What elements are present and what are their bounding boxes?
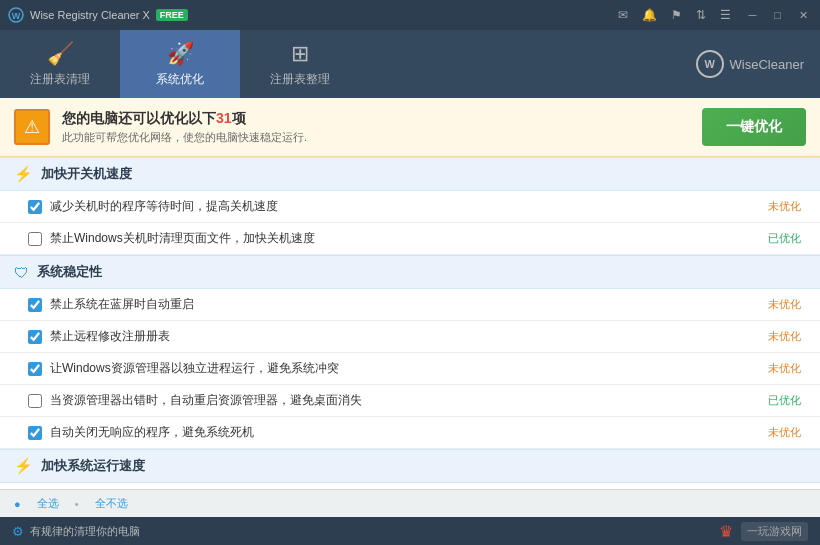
item-1-0-checkbox[interactable]	[28, 298, 42, 312]
statusbar: ⚙ 有规律的清理你的电脑 ♛ 一玩游戏网	[0, 517, 820, 545]
banner-title-suffix: 项	[232, 110, 246, 126]
select-all-link[interactable]: 全选	[37, 496, 59, 511]
item-0-1-status: 已优化	[763, 230, 806, 247]
nav-logo: W WiseCleaner	[696, 50, 804, 78]
window-controls: ─ □ ✕	[745, 7, 812, 24]
registry-clean-icon: 🧹	[47, 41, 74, 67]
separator: •	[75, 498, 79, 510]
item-0-0-status: 未优化	[763, 198, 806, 215]
item-1-4-checkbox[interactable]	[28, 426, 42, 440]
watermark-crown-icon: ♛	[719, 522, 733, 541]
logo-name: WiseCleaner	[730, 57, 804, 72]
item-1-4-status: 未优化	[763, 424, 806, 441]
list-item: 当资源管理器出错时，自动重启资源管理器，避免桌面消失 已优化	[0, 385, 820, 417]
maximize-button[interactable]: □	[770, 7, 785, 23]
list-item: 禁止Windows关机时清理页面文件，加快关机速度 已优化	[0, 223, 820, 255]
main-content: ⚠ 您的电脑还可以优化以下31项 此功能可帮您优化网络，使您的电脑快速稳定运行.…	[0, 98, 820, 489]
navbar: 🧹 注册表清理 🚀 系统优化 ⊞ 注册表整理 W WiseCleaner	[0, 30, 820, 98]
app-logo-icon: W	[8, 7, 24, 23]
tab-registry-defrag[interactable]: ⊞ 注册表整理	[240, 30, 360, 98]
watermark-text: 一玩游戏网	[741, 522, 808, 541]
system-optimize-icon: 🚀	[167, 41, 194, 67]
item-0-0-checkbox[interactable]	[28, 200, 42, 214]
registry-defrag-icon: ⊞	[291, 41, 309, 67]
list-item: 禁止系统在蓝屏时自动重启 未优化	[0, 289, 820, 321]
bottom-bar: ● 全选 • 全不选	[0, 489, 820, 517]
item-1-1-status: 未优化	[763, 328, 806, 345]
statusbar-right: ♛ 一玩游戏网	[719, 522, 808, 541]
warning-icon: ⚠	[14, 109, 50, 145]
svg-text:W: W	[12, 11, 21, 21]
item-1-2-checkbox[interactable]	[28, 362, 42, 376]
tab-registry-defrag-label: 注册表整理	[270, 71, 330, 88]
network-icon[interactable]: ⇅	[696, 8, 706, 22]
bell-icon[interactable]: 🔔	[642, 8, 657, 22]
statusbar-gear-icon: ⚙	[12, 524, 24, 539]
item-1-1-text: 禁止远程修改注册册表	[50, 328, 755, 345]
item-1-3-checkbox[interactable]	[28, 394, 42, 408]
tab-registry-clean-label: 注册表清理	[30, 71, 90, 88]
item-1-0-status: 未优化	[763, 296, 806, 313]
section-run-speed: ⚡ 加快系统运行速度	[0, 449, 820, 483]
banner-text: 您的电脑还可以优化以下31项 此功能可帮您优化网络，使您的电脑快速稳定运行.	[62, 110, 307, 145]
list-item: 自动关闭无响应的程序，避免系统死机 未优化	[0, 417, 820, 449]
flag-icon[interactable]: ⚑	[671, 8, 682, 22]
item-1-3-status: 已优化	[763, 392, 806, 409]
section-startup-speed: ⚡ 加快开关机速度	[0, 157, 820, 191]
item-0-0-text: 减少关机时的程序等待时间，提高关机速度	[50, 198, 755, 215]
list-item: 让Windows资源管理器以独立进程运行，避免系统冲突 未优化	[0, 353, 820, 385]
item-1-2-status: 未优化	[763, 360, 806, 377]
tab-system-optimize-label: 系统优化	[156, 71, 204, 88]
banner-left: ⚠ 您的电脑还可以优化以下31项 此功能可帮您优化网络，使您的电脑快速稳定运行.	[14, 109, 307, 145]
section-run-speed-title: 加快系统运行速度	[41, 457, 145, 475]
menu-icon[interactable]: ☰	[720, 8, 731, 22]
item-1-2-text: 让Windows资源管理器以独立进程运行，避免系统冲突	[50, 360, 755, 377]
banner-subtitle: 此功能可帮您优化网络，使您的电脑快速稳定运行.	[62, 130, 307, 145]
logo-circle: W	[696, 50, 724, 78]
logo-letter: W	[704, 58, 714, 70]
startup-speed-icon: ⚡	[14, 165, 33, 183]
section-system-stability-title: 系统稳定性	[37, 263, 102, 281]
item-0-1-text: 禁止Windows关机时清理页面文件，加快关机速度	[50, 230, 755, 247]
tab-system-optimize[interactable]: 🚀 系统优化	[120, 30, 240, 98]
item-1-4-text: 自动关闭无响应的程序，避免系统死机	[50, 424, 755, 441]
list-item: 减少关机时的程序等待时间，提高关机速度 未优化	[0, 191, 820, 223]
list-item: 禁止远程修改注册册表 未优化	[0, 321, 820, 353]
email-icon[interactable]: ✉	[618, 8, 628, 22]
item-1-0-text: 禁止系统在蓝屏时自动重启	[50, 296, 755, 313]
minimize-button[interactable]: ─	[745, 7, 761, 23]
statusbar-text: 有规律的清理你的电脑	[30, 524, 140, 539]
section-system-stability: 🛡 系统稳定性	[0, 255, 820, 289]
deselect-all-link[interactable]: 全不选	[95, 496, 128, 511]
one-click-optimize-button[interactable]: 一键优化	[702, 108, 806, 146]
free-badge: FREE	[156, 9, 188, 21]
banner-title-prefix: 您的电脑还可以优化以下	[62, 110, 216, 126]
tab-registry-clean[interactable]: 🧹 注册表清理	[0, 30, 120, 98]
titlebar-right: ✉ 🔔 ⚑ ⇅ ☰ ─ □ ✕	[618, 7, 812, 24]
statusbar-left: ⚙ 有规律的清理你的电脑	[12, 524, 140, 539]
item-1-3-text: 当资源管理器出错时，自动重启资源管理器，避免桌面消失	[50, 392, 755, 409]
banner: ⚠ 您的电脑还可以优化以下31项 此功能可帮您优化网络，使您的电脑快速稳定运行.…	[0, 98, 820, 157]
banner-count: 31	[216, 110, 232, 126]
run-speed-icon: ⚡	[14, 457, 33, 475]
titlebar-left: W Wise Registry Cleaner X FREE	[8, 7, 188, 23]
titlebar: W Wise Registry Cleaner X FREE ✉ 🔔 ⚑ ⇅ ☰…	[0, 0, 820, 30]
app-title: Wise Registry Cleaner X	[30, 9, 150, 21]
item-1-1-checkbox[interactable]	[28, 330, 42, 344]
section-startup-speed-title: 加快开关机速度	[41, 165, 132, 183]
banner-title: 您的电脑还可以优化以下31项	[62, 110, 307, 128]
close-button[interactable]: ✕	[795, 7, 812, 24]
system-stability-icon: 🛡	[14, 264, 29, 281]
item-0-1-checkbox[interactable]	[28, 232, 42, 246]
